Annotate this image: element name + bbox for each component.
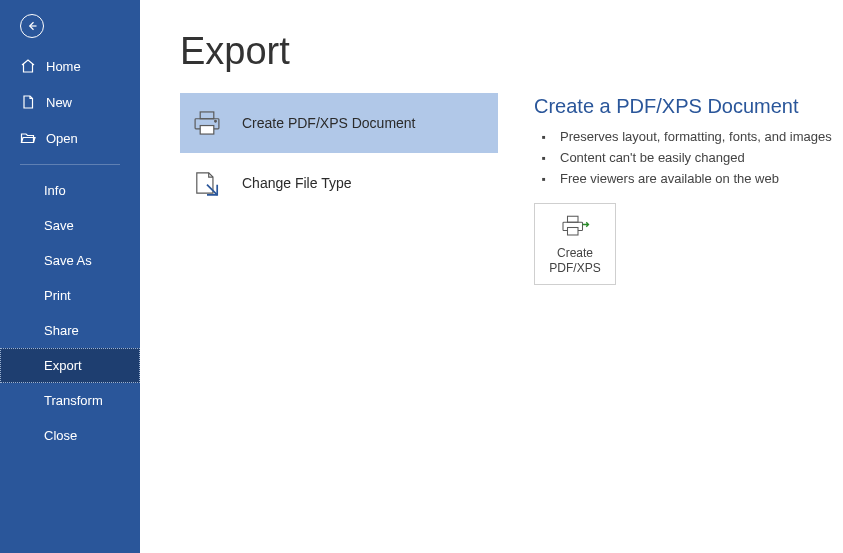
export-details: Create a PDF/XPS Document Preserves layo… bbox=[534, 93, 843, 285]
sidebar-item-home[interactable]: Home bbox=[0, 48, 140, 84]
svg-rect-5 bbox=[568, 216, 579, 222]
sidebar-divider bbox=[20, 164, 120, 165]
sidebar-item-label: Share bbox=[44, 323, 79, 338]
create-btn-line2: PDF/XPS bbox=[549, 261, 600, 276]
back-button[interactable] bbox=[0, 0, 140, 48]
option-label: Change File Type bbox=[242, 175, 351, 191]
backstage-sidebar: Home New Open Info Save Save As Print Sh… bbox=[0, 0, 140, 553]
main-content: Export Create PDF/XPS Document bbox=[140, 0, 843, 553]
change-file-type-icon bbox=[190, 169, 224, 197]
sidebar-item-label: Close bbox=[44, 428, 77, 443]
sidebar-item-save-as[interactable]: Save As bbox=[0, 243, 140, 278]
svg-rect-1 bbox=[200, 112, 214, 119]
sidebar-item-label: Home bbox=[46, 59, 81, 74]
sidebar-item-label: New bbox=[46, 95, 72, 110]
create-btn-line1: Create bbox=[557, 246, 593, 261]
sidebar-item-info[interactable]: Info bbox=[0, 173, 140, 208]
sidebar-item-new[interactable]: New bbox=[0, 84, 140, 120]
details-bullet-list: Preserves layout, formatting, fonts, and… bbox=[534, 126, 843, 189]
details-heading: Create a PDF/XPS Document bbox=[534, 95, 843, 118]
home-icon bbox=[20, 58, 36, 74]
printer-arrow-icon bbox=[560, 214, 590, 238]
export-options-list: Create PDF/XPS Document Change File Type bbox=[180, 93, 498, 285]
sidebar-item-share[interactable]: Share bbox=[0, 313, 140, 348]
svg-rect-6 bbox=[568, 228, 579, 236]
option-change-file-type[interactable]: Change File Type bbox=[180, 153, 498, 213]
option-create-pdf-xps[interactable]: Create PDF/XPS Document bbox=[180, 93, 498, 153]
new-document-icon bbox=[20, 94, 36, 110]
svg-rect-2 bbox=[200, 126, 214, 135]
details-bullet: Preserves layout, formatting, fonts, and… bbox=[548, 126, 843, 147]
details-bullet: Content can't be easily changed bbox=[548, 147, 843, 168]
sidebar-item-label: Print bbox=[44, 288, 71, 303]
sidebar-item-label: Save As bbox=[44, 253, 92, 268]
sidebar-item-label: Open bbox=[46, 131, 78, 146]
folder-open-icon bbox=[20, 130, 36, 146]
sidebar-item-label: Transform bbox=[44, 393, 103, 408]
option-label: Create PDF/XPS Document bbox=[242, 115, 416, 131]
sidebar-item-close[interactable]: Close bbox=[0, 418, 140, 453]
export-content-row: Create PDF/XPS Document Change File Type… bbox=[180, 93, 843, 285]
sidebar-item-label: Info bbox=[44, 183, 66, 198]
sidebar-item-open[interactable]: Open bbox=[0, 120, 140, 156]
printer-document-icon bbox=[190, 109, 224, 137]
page-title: Export bbox=[180, 30, 843, 73]
sidebar-item-save[interactable]: Save bbox=[0, 208, 140, 243]
sidebar-item-label: Save bbox=[44, 218, 74, 233]
create-pdf-xps-button[interactable]: Create PDF/XPS bbox=[534, 203, 616, 285]
sidebar-item-transform[interactable]: Transform bbox=[0, 383, 140, 418]
sidebar-item-label: Export bbox=[44, 358, 82, 373]
svg-point-3 bbox=[215, 120, 217, 122]
back-arrow-icon bbox=[20, 14, 44, 38]
sidebar-item-print[interactable]: Print bbox=[0, 278, 140, 313]
details-bullet: Free viewers are available on the web bbox=[548, 168, 843, 189]
sidebar-item-export[interactable]: Export bbox=[0, 348, 140, 383]
